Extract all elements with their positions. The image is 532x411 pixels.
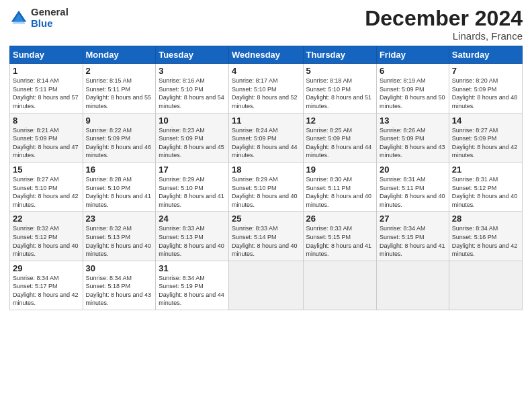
table-row: 17Sunrise: 8:29 AMSunset: 5:10 PMDayligh… [156, 162, 229, 211]
day-info: Sunrise: 8:30 AMSunset: 5:11 PMDaylight:… [306, 175, 373, 209]
month-title: December 2024 [365, 7, 523, 30]
day-number: 4 [232, 66, 300, 76]
day-info: Sunrise: 8:19 AMSunset: 5:09 PMDaylight:… [380, 77, 446, 110]
day-info: Sunrise: 8:32 AMSunset: 5:12 PMDaylight:… [13, 224, 80, 258]
table-row: 27Sunrise: 8:34 AMSunset: 5:15 PMDayligh… [376, 212, 449, 261]
day-info: Sunrise: 8:34 AMSunset: 5:16 PMDaylight:… [452, 224, 519, 258]
day-number: 26 [306, 214, 373, 224]
day-number: 6 [380, 66, 446, 76]
day-info: Sunrise: 8:27 AMSunset: 5:10 PMDaylight:… [13, 175, 80, 209]
table-row: 16Sunrise: 8:28 AMSunset: 5:10 PMDayligh… [83, 162, 156, 211]
day-number: 3 [159, 66, 226, 76]
table-row: 13Sunrise: 8:26 AMSunset: 5:09 PMDayligh… [376, 113, 449, 162]
day-number: 12 [306, 116, 373, 126]
table-row: 31Sunrise: 8:34 AMSunset: 5:19 PMDayligh… [156, 261, 229, 310]
col-wednesday: Wednesday [229, 46, 303, 64]
calendar-header-row: Sunday Monday Tuesday Wednesday Thursday… [10, 46, 523, 64]
calendar-week-row: 8Sunrise: 8:21 AMSunset: 5:09 PMDaylight… [10, 113, 523, 162]
day-info: Sunrise: 8:34 AMSunset: 5:18 PMDaylight:… [86, 274, 153, 308]
table-row: 23Sunrise: 8:32 AMSunset: 5:13 PMDayligh… [83, 212, 156, 261]
table-row [449, 261, 522, 310]
table-row [376, 261, 449, 310]
calendar-week-row: 29Sunrise: 8:34 AMSunset: 5:17 PMDayligh… [10, 261, 523, 310]
day-number: 14 [452, 116, 519, 126]
day-info: Sunrise: 8:33 AMSunset: 5:13 PMDaylight:… [159, 224, 226, 258]
day-number: 25 [232, 214, 300, 224]
table-row: 2Sunrise: 8:15 AMSunset: 5:11 PMDaylight… [83, 64, 156, 113]
calendar-body: 1Sunrise: 8:14 AMSunset: 5:11 PMDaylight… [10, 64, 523, 310]
table-row: 22Sunrise: 8:32 AMSunset: 5:12 PMDayligh… [10, 212, 83, 261]
day-number: 22 [13, 214, 80, 224]
day-number: 28 [452, 214, 519, 224]
logo-blue: Blue [31, 18, 69, 30]
col-friday: Friday [376, 46, 449, 64]
table-row: 18Sunrise: 8:29 AMSunset: 5:10 PMDayligh… [229, 162, 303, 211]
day-info: Sunrise: 8:31 AMSunset: 5:12 PMDaylight:… [452, 175, 519, 209]
table-row: 28Sunrise: 8:34 AMSunset: 5:16 PMDayligh… [449, 212, 522, 261]
table-row: 9Sunrise: 8:22 AMSunset: 5:09 PMDaylight… [83, 113, 156, 162]
col-saturday: Saturday [449, 46, 522, 64]
table-row: 7Sunrise: 8:20 AMSunset: 5:09 PMDaylight… [449, 64, 522, 113]
day-number: 15 [13, 165, 80, 175]
table-row [229, 261, 303, 310]
table-row: 21Sunrise: 8:31 AMSunset: 5:12 PMDayligh… [449, 162, 522, 211]
table-row: 8Sunrise: 8:21 AMSunset: 5:09 PMDaylight… [10, 113, 83, 162]
day-number: 10 [159, 116, 226, 126]
page-container: General Blue December 2024 Linards, Fran… [0, 0, 532, 316]
day-info: Sunrise: 8:23 AMSunset: 5:09 PMDaylight:… [159, 126, 226, 160]
day-info: Sunrise: 8:20 AMSunset: 5:09 PMDaylight:… [452, 77, 519, 110]
calendar-week-row: 15Sunrise: 8:27 AMSunset: 5:10 PMDayligh… [10, 162, 523, 211]
logo-icon [9, 9, 28, 28]
table-row: 12Sunrise: 8:25 AMSunset: 5:09 PMDayligh… [303, 113, 376, 162]
col-sunday: Sunday [10, 46, 83, 64]
day-info: Sunrise: 8:31 AMSunset: 5:11 PMDaylight:… [380, 175, 446, 209]
col-monday: Monday [83, 46, 156, 64]
day-info: Sunrise: 8:33 AMSunset: 5:14 PMDaylight:… [232, 224, 300, 258]
day-number: 20 [380, 165, 446, 175]
day-number: 2 [86, 66, 153, 76]
calendar-table: Sunday Monday Tuesday Wednesday Thursday… [9, 46, 523, 310]
calendar-week-row: 1Sunrise: 8:14 AMSunset: 5:11 PMDaylight… [10, 64, 523, 113]
day-number: 31 [159, 263, 226, 273]
day-number: 17 [159, 165, 226, 175]
day-info: Sunrise: 8:33 AMSunset: 5:15 PMDaylight:… [306, 224, 373, 258]
header: General Blue December 2024 Linards, Fran… [9, 7, 523, 42]
day-info: Sunrise: 8:26 AMSunset: 5:09 PMDaylight:… [380, 126, 446, 160]
table-row: 20Sunrise: 8:31 AMSunset: 5:11 PMDayligh… [376, 162, 449, 211]
table-row: 26Sunrise: 8:33 AMSunset: 5:15 PMDayligh… [303, 212, 376, 261]
day-number: 29 [13, 263, 80, 273]
day-info: Sunrise: 8:16 AMSunset: 5:10 PMDaylight:… [159, 77, 226, 110]
day-info: Sunrise: 8:17 AMSunset: 5:10 PMDaylight:… [232, 77, 300, 110]
table-row: 14Sunrise: 8:27 AMSunset: 5:09 PMDayligh… [449, 113, 522, 162]
col-tuesday: Tuesday [156, 46, 229, 64]
day-info: Sunrise: 8:22 AMSunset: 5:09 PMDaylight:… [86, 126, 153, 160]
title-area: December 2024 Linards, France [365, 7, 523, 42]
day-info: Sunrise: 8:21 AMSunset: 5:09 PMDaylight:… [13, 126, 80, 160]
day-number: 11 [232, 116, 300, 126]
day-number: 18 [232, 165, 300, 175]
day-info: Sunrise: 8:34 AMSunset: 5:17 PMDaylight:… [13, 274, 80, 308]
day-info: Sunrise: 8:28 AMSunset: 5:10 PMDaylight:… [86, 175, 153, 209]
day-number: 8 [13, 116, 80, 126]
day-info: Sunrise: 8:25 AMSunset: 5:09 PMDaylight:… [306, 126, 373, 160]
table-row: 1Sunrise: 8:14 AMSunset: 5:11 PMDaylight… [10, 64, 83, 113]
table-row: 30Sunrise: 8:34 AMSunset: 5:18 PMDayligh… [83, 261, 156, 310]
day-number: 13 [380, 116, 446, 126]
calendar-week-row: 22Sunrise: 8:32 AMSunset: 5:12 PMDayligh… [10, 212, 523, 261]
table-row: 6Sunrise: 8:19 AMSunset: 5:09 PMDaylight… [376, 64, 449, 113]
table-row: 15Sunrise: 8:27 AMSunset: 5:10 PMDayligh… [10, 162, 83, 211]
day-info: Sunrise: 8:27 AMSunset: 5:09 PMDaylight:… [452, 126, 519, 160]
day-info: Sunrise: 8:34 AMSunset: 5:15 PMDaylight:… [380, 224, 446, 258]
day-info: Sunrise: 8:15 AMSunset: 5:11 PMDaylight:… [86, 77, 153, 110]
table-row [303, 261, 376, 310]
day-info: Sunrise: 8:14 AMSunset: 5:11 PMDaylight:… [13, 77, 80, 110]
day-number: 19 [306, 165, 373, 175]
day-number: 7 [452, 66, 519, 76]
table-row: 24Sunrise: 8:33 AMSunset: 5:13 PMDayligh… [156, 212, 229, 261]
location: Linards, France [365, 30, 523, 42]
table-row: 4Sunrise: 8:17 AMSunset: 5:10 PMDaylight… [229, 64, 303, 113]
logo-text: General Blue [31, 7, 69, 29]
day-number: 16 [86, 165, 153, 175]
table-row: 3Sunrise: 8:16 AMSunset: 5:10 PMDaylight… [156, 64, 229, 113]
table-row: 19Sunrise: 8:30 AMSunset: 5:11 PMDayligh… [303, 162, 376, 211]
